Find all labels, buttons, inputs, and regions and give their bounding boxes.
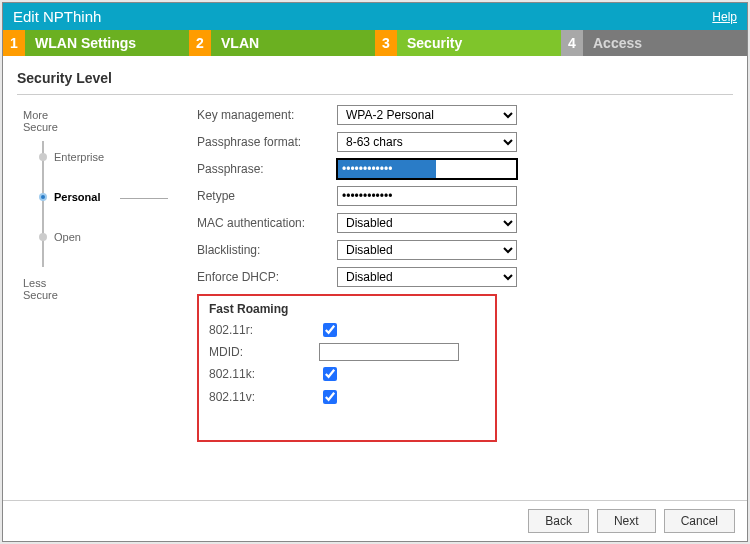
enforce-dhcp-select[interactable]: Disabled [337, 267, 517, 287]
mdid-label: MDID: [209, 345, 319, 359]
tab-access[interactable]: 4 Access [561, 30, 747, 56]
retype-input[interactable] [337, 186, 517, 206]
passphrase-format-select[interactable]: 8-63 chars [337, 132, 517, 152]
more-secure-label: More Secure [23, 109, 58, 133]
80211r-checkbox[interactable] [323, 323, 337, 337]
80211k-label: 802.11k: [209, 367, 319, 381]
section-title: Security Level [17, 70, 733, 86]
80211k-checkbox[interactable] [323, 367, 337, 381]
blacklisting-label: Blacklisting: [197, 243, 337, 257]
tab-label: WLAN Settings [25, 30, 189, 56]
row-blacklisting: Blacklisting: Disabled [197, 240, 733, 260]
dot-icon [39, 153, 47, 161]
tab-wlan-settings[interactable]: 1 WLAN Settings [3, 30, 189, 56]
80211v-checkbox[interactable] [323, 390, 337, 404]
mdid-input[interactable] [319, 343, 459, 361]
dot-icon [39, 193, 47, 201]
row-enforce-dhcp: Enforce DHCP: Disabled [197, 267, 733, 287]
divider [17, 94, 733, 95]
row-passphrase: Passphrase: [197, 159, 733, 179]
tab-number: 1 [3, 30, 25, 56]
passphrase-label: Passphrase: [197, 162, 337, 176]
tab-label: Security [397, 30, 561, 56]
row-mac-auth: MAC authentication: Disabled [197, 213, 733, 233]
80211v-label: 802.11v: [209, 390, 319, 404]
security-level-enterprise[interactable]: Enterprise [32, 151, 104, 163]
security-level-personal[interactable]: Personal [32, 191, 100, 203]
tab-number: 2 [189, 30, 211, 56]
wizard-tabs: 1 WLAN Settings 2 VLAN 3 Security 4 Acce… [3, 30, 747, 56]
tab-label: Access [583, 30, 747, 56]
row-80211r: 802.11r: [209, 320, 485, 340]
row-80211k: 802.11k: [209, 364, 485, 384]
security-level-label: Enterprise [54, 151, 104, 163]
form-column: Key management: WPA-2 Personal Passphras… [197, 105, 733, 442]
row-mdid: MDID: [209, 343, 485, 361]
fast-roaming-box: Fast Roaming 802.11r: MDID: 802.11k: [197, 294, 497, 442]
80211r-label: 802.11r: [209, 323, 319, 337]
window-title: Edit NPThinh [13, 8, 101, 25]
back-button[interactable]: Back [528, 509, 589, 533]
tab-security[interactable]: 3 Security [375, 30, 561, 56]
dot-icon [39, 233, 47, 241]
dialog-body: Security Level More Secure Less Secure E… [3, 56, 747, 500]
key-management-select[interactable]: WPA-2 Personal [337, 105, 517, 125]
fast-roaming-title: Fast Roaming [209, 302, 485, 316]
security-level-open[interactable]: Open [32, 231, 81, 243]
dialog-footer: Back Next Cancel [3, 500, 747, 541]
titlebar: Edit NPThinh Help [3, 3, 747, 30]
blacklisting-select[interactable]: Disabled [337, 240, 517, 260]
less-secure-label: Less Secure [23, 277, 58, 301]
key-management-label: Key management: [197, 108, 337, 122]
help-link[interactable]: Help [712, 10, 737, 24]
tab-number: 3 [375, 30, 397, 56]
row-80211v: 802.11v: [209, 387, 485, 407]
row-key-management: Key management: WPA-2 Personal [197, 105, 733, 125]
tab-label: VLAN [211, 30, 375, 56]
enforce-dhcp-label: Enforce DHCP: [197, 270, 337, 284]
mac-auth-label: MAC authentication: [197, 216, 337, 230]
security-level-column: More Secure Less Secure Enterprise Perso… [17, 105, 157, 442]
next-button[interactable]: Next [597, 509, 656, 533]
retype-label: Retype [197, 189, 337, 203]
edit-dialog: Edit NPThinh Help 1 WLAN Settings 2 VLAN… [2, 2, 748, 542]
tab-number: 4 [561, 30, 583, 56]
passphrase-input[interactable] [337, 159, 517, 179]
security-level-label: Open [54, 231, 81, 243]
mac-auth-select[interactable]: Disabled [337, 213, 517, 233]
tab-vlan[interactable]: 2 VLAN [189, 30, 375, 56]
row-retype: Retype [197, 186, 733, 206]
row-passphrase-format: Passphrase format: 8-63 chars [197, 132, 733, 152]
cancel-button[interactable]: Cancel [664, 509, 735, 533]
passphrase-format-label: Passphrase format: [197, 135, 337, 149]
security-level-label: Personal [54, 191, 100, 203]
